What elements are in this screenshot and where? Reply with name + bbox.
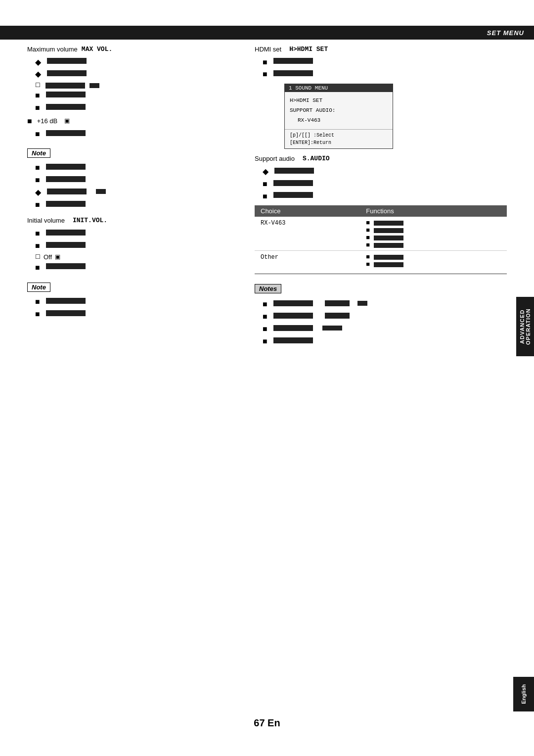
note2-bullet-1: ■: [35, 297, 235, 307]
bullet-icon-2: ◆: [35, 69, 41, 80]
support-audio-label: Support audio: [255, 154, 295, 164]
init-bullet-1: ■: [35, 229, 235, 239]
notes-redacted-2a: [273, 313, 313, 319]
notes-bullet-4: ■: [263, 336, 507, 347]
set-menu-label: SET MENU: [487, 29, 524, 37]
note2-bullet-2: ■: [35, 309, 235, 320]
checkbox-icon: ☐: [35, 82, 41, 89]
left-text-6: [44, 129, 88, 136]
left-column: Maximum volume MAX VOL. ◆ ◆ ☐: [27, 45, 235, 349]
hdmi-text-1: [271, 57, 315, 64]
two-column-layout: Maximum volume MAX VOL. ◆ ◆ ☐: [27, 45, 507, 349]
init-text-2: [44, 241, 88, 248]
other-func-bullet-2: ■: [366, 260, 501, 268]
redacted-6: [46, 130, 86, 136]
note-bullet-icon-2: ■: [35, 175, 40, 186]
audio-text-3: [271, 191, 315, 198]
audio-redacted-3: [273, 192, 313, 198]
notes-redacted-4: [273, 337, 313, 343]
right-column: HDMI set H>HDMI SET ■ ■ 1 SOUND MENU H>H…: [255, 45, 507, 349]
initial-volume-row: Initial volume INIT.VOL.: [27, 216, 235, 226]
hdmi-redacted-2: [273, 70, 313, 76]
left-bullet-1: ◆: [35, 57, 235, 68]
init-bullet-4: ■: [35, 263, 235, 273]
table-row: RX-V463 ■ ■ ■ ■: [255, 217, 507, 251]
popup-line1: H>HDMI SET: [290, 96, 388, 106]
advanced-operation-label: ADVANCED OPERATION: [519, 297, 531, 356]
table-header-row: Choice Functions: [255, 205, 507, 217]
notes-bullet-icon-3: ■: [263, 324, 267, 334]
choice-value-2: Other: [261, 254, 278, 261]
bullet-icon-db: ■: [27, 116, 32, 127]
audio-bullet-icon-1: ◆: [263, 167, 268, 177]
left-bullet-5: ■: [35, 103, 235, 113]
note-bullet-3: ◆: [35, 188, 235, 198]
functions-rx-v463: ■ ■ ■ ■: [360, 217, 507, 251]
notes-redacted-1b: [325, 300, 350, 306]
db-row: ■ +16 dB ▣: [27, 116, 235, 127]
notes-text-3: [271, 324, 343, 331]
note-label-1: Note: [27, 148, 50, 158]
col-functions: Functions: [360, 205, 507, 217]
other-redacted-1: [374, 255, 403, 260]
notes-section: Notes ■ ■: [255, 280, 507, 346]
left-text-5: [44, 103, 88, 110]
note-bullet-icon-3: ◆: [35, 188, 41, 198]
popup-line2: SUPPORT AUDIO:: [290, 106, 388, 116]
choice-rx-v463: RX-V463: [255, 217, 360, 251]
popup-line3: RX-V463: [290, 116, 388, 126]
left-text-3: [44, 82, 100, 89]
func-redacted-1: [374, 221, 403, 226]
note-bullet-4: ■: [35, 200, 235, 210]
page-number: 67 En: [254, 717, 280, 729]
func-redacted-2: [374, 228, 403, 233]
redacted-1: [47, 58, 87, 64]
hdmi-redacted-1: [273, 58, 313, 64]
content-area: Maximum volume MAX VOL. ◆ ◆ ☐: [27, 45, 507, 707]
bullet-icon-5: ■: [35, 103, 40, 113]
init-bullet-icon-1: ■: [35, 229, 40, 239]
note2-bullet-icon-1: ■: [35, 297, 40, 307]
initial-volume-label: Initial volume: [27, 216, 65, 226]
notes-redacted-1a: [273, 300, 313, 306]
init-redacted-2: [46, 242, 86, 248]
max-volume-label: Maximum volume: [27, 45, 78, 54]
note-bullet-2: ■: [35, 175, 235, 186]
col-choice: Choice: [255, 205, 360, 217]
bullet-icon-6: ■: [35, 129, 40, 140]
notes-redacted-2b: [325, 313, 350, 319]
func-redacted-3: [374, 236, 403, 240]
choice-value-1: RX-V463: [261, 220, 285, 227]
popup-body: H>HDMI SET SUPPORT AUDIO: RX-V463: [285, 92, 393, 129]
left-text-2: [45, 69, 89, 76]
advanced-operation-tab: ADVANCED OPERATION: [516, 297, 534, 356]
notes-redacted-3a: [273, 325, 313, 331]
func-redacted-4: [374, 243, 403, 248]
notes-bullet-icon-1: ■: [263, 299, 267, 310]
note-redacted-2: [46, 176, 86, 182]
note2-text-1: [44, 297, 88, 304]
init-bullet-icon-2: ■: [35, 241, 40, 251]
screen-popup: 1 SOUND MENU H>HDMI SET SUPPORT AUDIO: R…: [284, 84, 393, 149]
audio-redacted-2: [273, 180, 313, 186]
init-bullet-3: ☐ Off ▣: [35, 253, 235, 261]
table-body: RX-V463 ■ ■ ■ ■ Other: [255, 217, 507, 270]
notes-text-1: [271, 299, 369, 306]
hdmi-bullet-2: ■: [263, 69, 507, 80]
func-bullet-1: ■: [366, 219, 501, 226]
note-text-3: [45, 188, 107, 194]
note-redacted-4: [46, 201, 86, 207]
table-header: Choice Functions: [255, 205, 507, 217]
audio-bullet-3: ■: [263, 191, 507, 202]
notes-header: Notes: [255, 280, 507, 295]
audio-bullet-1: ◆: [263, 167, 507, 177]
init-bullet-2: ■: [35, 241, 235, 251]
hdmi-bullet-icon-1: ■: [263, 57, 267, 68]
func-bullet-3: ■: [366, 234, 501, 241]
other-func-bullet-1: ■: [366, 253, 501, 260]
english-tab: English: [513, 677, 534, 711]
notes-bullet-icon-2: ■: [263, 312, 267, 322]
hdmi-bullet-icon-2: ■: [263, 69, 267, 80]
notes-bullet-icon-4: ■: [263, 336, 267, 347]
bullet-icon-4: ■: [35, 91, 40, 101]
